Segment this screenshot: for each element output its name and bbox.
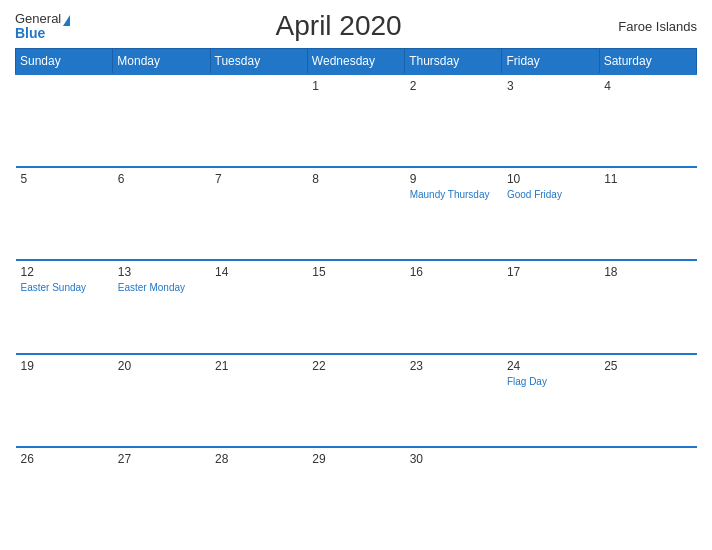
calendar-cell: 8 bbox=[307, 167, 404, 260]
calendar-cell: 13Easter Monday bbox=[113, 260, 210, 353]
calendar-cell bbox=[502, 447, 599, 540]
calendar-cell: 29 bbox=[307, 447, 404, 540]
weekday-header-tuesday: Tuesday bbox=[210, 49, 307, 75]
day-number: 13 bbox=[118, 265, 205, 279]
calendar-cell: 15 bbox=[307, 260, 404, 353]
calendar-cell: 16 bbox=[405, 260, 502, 353]
day-number: 3 bbox=[507, 79, 594, 93]
calendar-cell: 10Good Friday bbox=[502, 167, 599, 260]
week-row-3: 12Easter Sunday13Easter Monday1415161718 bbox=[16, 260, 697, 353]
calendar-cell: 9Maundy Thursday bbox=[405, 167, 502, 260]
calendar-cell: 30 bbox=[405, 447, 502, 540]
calendar-cell bbox=[210, 74, 307, 167]
calendar-cell: 26 bbox=[16, 447, 113, 540]
day-event: Easter Sunday bbox=[21, 281, 108, 294]
weekday-header-friday: Friday bbox=[502, 49, 599, 75]
calendar-cell: 11 bbox=[599, 167, 696, 260]
calendar-cell: 25 bbox=[599, 354, 696, 447]
day-number: 15 bbox=[312, 265, 399, 279]
calendar-cell: 3 bbox=[502, 74, 599, 167]
day-number: 10 bbox=[507, 172, 594, 186]
day-number: 12 bbox=[21, 265, 108, 279]
day-number: 2 bbox=[410, 79, 497, 93]
week-row-1: 1234 bbox=[16, 74, 697, 167]
weekday-header-monday: Monday bbox=[113, 49, 210, 75]
day-number: 8 bbox=[312, 172, 399, 186]
day-number: 30 bbox=[410, 452, 497, 466]
day-number: 14 bbox=[215, 265, 302, 279]
day-event: Flag Day bbox=[507, 375, 594, 388]
day-number: 26 bbox=[21, 452, 108, 466]
week-row-5: 2627282930 bbox=[16, 447, 697, 540]
calendar-cell: 19 bbox=[16, 354, 113, 447]
calendar-cell: 23 bbox=[405, 354, 502, 447]
logo-blue-text: Blue bbox=[15, 26, 70, 40]
calendar-cell: 4 bbox=[599, 74, 696, 167]
calendar-cell: 28 bbox=[210, 447, 307, 540]
weekday-header-sunday: Sunday bbox=[16, 49, 113, 75]
calendar-cell: 14 bbox=[210, 260, 307, 353]
calendar-cell: 12Easter Sunday bbox=[16, 260, 113, 353]
day-number: 16 bbox=[410, 265, 497, 279]
calendar-cell: 18 bbox=[599, 260, 696, 353]
day-number: 29 bbox=[312, 452, 399, 466]
day-number: 20 bbox=[118, 359, 205, 373]
day-number: 19 bbox=[21, 359, 108, 373]
calendar-cell: 21 bbox=[210, 354, 307, 447]
region-label: Faroe Islands bbox=[607, 19, 697, 34]
top-bar: General Blue April 2020 Faroe Islands bbox=[15, 10, 697, 42]
day-number: 21 bbox=[215, 359, 302, 373]
calendar-cell: 24Flag Day bbox=[502, 354, 599, 447]
week-row-2: 56789Maundy Thursday10Good Friday11 bbox=[16, 167, 697, 260]
day-number: 18 bbox=[604, 265, 691, 279]
logo: General Blue bbox=[15, 12, 70, 39]
calendar-cell: 27 bbox=[113, 447, 210, 540]
day-number: 7 bbox=[215, 172, 302, 186]
logo-general-text: General bbox=[15, 12, 70, 25]
day-number: 25 bbox=[604, 359, 691, 373]
day-number: 4 bbox=[604, 79, 691, 93]
weekday-header-wednesday: Wednesday bbox=[307, 49, 404, 75]
day-number: 6 bbox=[118, 172, 205, 186]
weekday-header-saturday: Saturday bbox=[599, 49, 696, 75]
day-event: Maundy Thursday bbox=[410, 188, 497, 201]
calendar-cell: 20 bbox=[113, 354, 210, 447]
day-number: 24 bbox=[507, 359, 594, 373]
calendar-cell bbox=[16, 74, 113, 167]
calendar-cell: 6 bbox=[113, 167, 210, 260]
day-event: Good Friday bbox=[507, 188, 594, 201]
day-event: Easter Monday bbox=[118, 281, 205, 294]
calendar-title: April 2020 bbox=[70, 10, 607, 42]
calendar-cell bbox=[599, 447, 696, 540]
week-row-4: 192021222324Flag Day25 bbox=[16, 354, 697, 447]
weekday-header-row: SundayMondayTuesdayWednesdayThursdayFrid… bbox=[16, 49, 697, 75]
day-number: 28 bbox=[215, 452, 302, 466]
calendar-cell: 5 bbox=[16, 167, 113, 260]
logo-triangle-icon bbox=[63, 15, 70, 26]
calendar-cell: 17 bbox=[502, 260, 599, 353]
calendar-cell bbox=[113, 74, 210, 167]
day-number: 17 bbox=[507, 265, 594, 279]
calendar-table: SundayMondayTuesdayWednesdayThursdayFrid… bbox=[15, 48, 697, 540]
calendar-cell: 2 bbox=[405, 74, 502, 167]
day-number: 1 bbox=[312, 79, 399, 93]
day-number: 5 bbox=[21, 172, 108, 186]
day-number: 9 bbox=[410, 172, 497, 186]
calendar-cell: 1 bbox=[307, 74, 404, 167]
day-number: 11 bbox=[604, 172, 691, 186]
weekday-header-thursday: Thursday bbox=[405, 49, 502, 75]
day-number: 22 bbox=[312, 359, 399, 373]
day-number: 27 bbox=[118, 452, 205, 466]
day-number: 23 bbox=[410, 359, 497, 373]
calendar-cell: 7 bbox=[210, 167, 307, 260]
calendar-cell: 22 bbox=[307, 354, 404, 447]
